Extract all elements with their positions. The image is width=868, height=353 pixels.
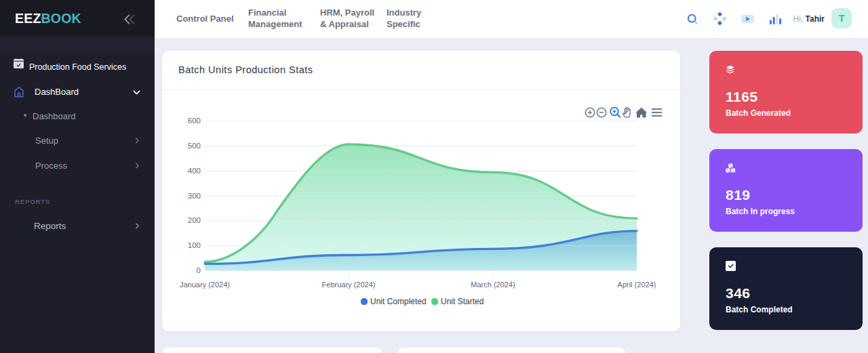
svg-text:February (2024): February (2024): [322, 281, 376, 289]
svg-text:100: 100: [188, 241, 201, 249]
svg-text:Unit Completed: Unit Completed: [370, 297, 427, 306]
svg-text:500: 500: [188, 142, 201, 150]
svg-text:January (2024): January (2024): [180, 281, 230, 289]
svg-text:April (2024): April (2024): [618, 281, 656, 289]
svg-text:300: 300: [188, 192, 201, 200]
svg-text:400: 400: [188, 167, 201, 175]
svg-text:0: 0: [197, 266, 201, 274]
svg-text:600: 600: [188, 117, 201, 125]
svg-text:March (2024): March (2024): [471, 281, 515, 289]
svg-text:Unit Started: Unit Started: [441, 297, 484, 306]
svg-text:200: 200: [188, 216, 201, 224]
